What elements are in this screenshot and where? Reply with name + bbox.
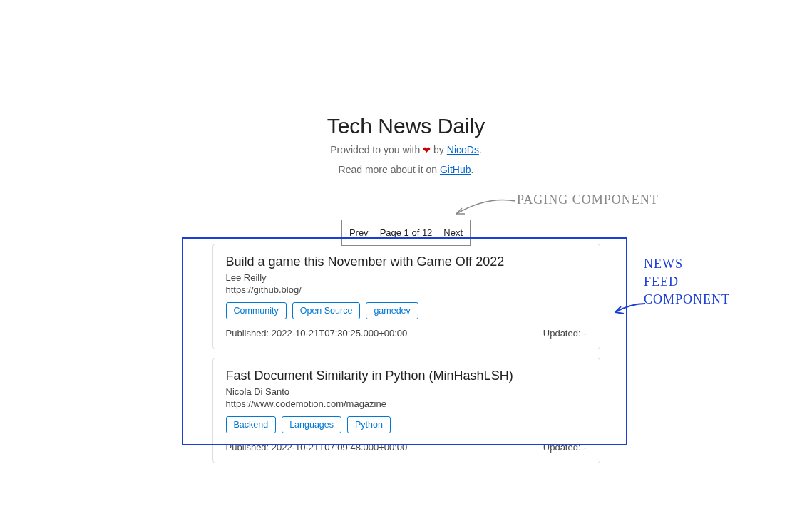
prev-button[interactable]: Prev — [349, 227, 369, 238]
annotation-paging: PAGING COMPONENT — [517, 192, 659, 207]
card-title: Fast Document Similarity in Python (MinH… — [226, 368, 587, 383]
card-title: Build a game this November with Game Off… — [226, 254, 587, 269]
card-author: Lee Reilly — [226, 272, 587, 283]
card-tags: Backend Languages Python — [226, 416, 587, 433]
published-date: Published: 2022-10-21T07:09:48.000+00:00 — [226, 442, 408, 453]
pagination: Prev Page 1 of 12 Next — [341, 220, 471, 246]
next-button[interactable]: Next — [443, 227, 463, 238]
divider — [14, 430, 798, 430]
github-link[interactable]: GitHub — [440, 164, 471, 175]
tag[interactable]: Languages — [282, 416, 341, 433]
page-indicator: Page 1 of 12 — [380, 227, 433, 238]
subtitle: Provided to you with ❤ by NicoDs. — [0, 144, 812, 155]
page-title: Tech News Daily — [0, 114, 812, 138]
updated-date: Updated: - — [543, 442, 587, 453]
published-date: Published: 2022-10-21T07:30:25.000+00:00 — [226, 328, 408, 339]
news-card: Fast Document Similarity in Python (MinH… — [212, 358, 600, 463]
card-source: https://github.blog/ — [226, 284, 587, 295]
arrow-paging — [448, 192, 519, 221]
tag[interactable]: Backend — [226, 416, 277, 433]
tag[interactable]: Python — [347, 416, 391, 433]
card-source: https://www.codemotion.com/magazine — [226, 398, 587, 409]
tag[interactable]: Community — [226, 302, 287, 319]
annotation-feed: NEWS FEED COMPONENT — [644, 255, 730, 309]
card-footer: Published: 2022-10-21T07:30:25.000+00:00… — [226, 328, 587, 339]
header: Tech News Daily Provided to you with ❤ b… — [0, 0, 812, 175]
author-link[interactable]: NicoDs — [447, 144, 479, 155]
readmore: Read more about it on GitHub. — [0, 164, 812, 175]
tag[interactable]: Open Source — [292, 302, 361, 319]
tag[interactable]: gamedev — [366, 302, 418, 319]
card-footer: Published: 2022-10-21T07:09:48.000+00:00… — [226, 442, 587, 453]
card-tags: Community Open Source gamedev — [226, 302, 587, 319]
updated-date: Updated: - — [543, 328, 587, 339]
heart-icon: ❤ — [423, 145, 431, 155]
news-card: Build a game this November with Game Off… — [212, 244, 600, 349]
arrow-feed — [610, 298, 649, 319]
card-author: Nicola Di Santo — [226, 386, 587, 397]
